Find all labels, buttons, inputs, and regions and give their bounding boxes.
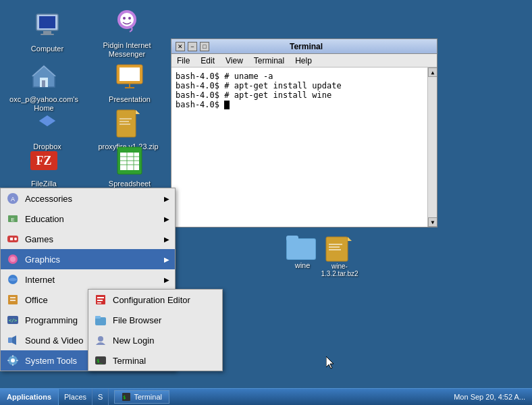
submenu-item-config-editor[interactable]: Configuration Editor [88,290,222,310]
svg-text:FZ: FZ [36,154,51,167]
graphics-icon [6,252,20,266]
menu-item-education-arrow: ▶ [164,215,169,223]
svg-rect-71 [8,295,18,304]
taskbar-places-button[interactable]: Places [59,389,92,405]
terminal-scrollbar[interactable]: ▲ ▼ [427,68,437,227]
terminal-menu-help[interactable]: Help [292,56,315,65]
svg-text:$_: $_ [97,358,103,364]
submenu-item-new-login-label: New Login [113,335,154,346]
taskbar: Applications Places S $ Terminal Mon Sep… [0,388,532,405]
scrollbar-up[interactable]: ▲ [428,68,437,77]
svg-rect-83 [16,360,18,361]
svg-point-79 [11,358,15,362]
desktop-icon-wine-tar[interactable]: wine-1.3.2.tar.bz2 [316,233,363,277]
menu-item-accessories[interactable]: A Accessories ▶ [1,188,175,209]
menu-item-accessories-label: Accessories [25,194,72,204]
menu-item-education-label: Education [25,214,64,224]
svg-point-69 [10,256,16,262]
system-icon [6,354,20,367]
svg-marker-93 [326,356,334,369]
menu-item-internet[interactable]: Internet ▶ [1,269,175,290]
menu-item-education[interactable]: E Education ▶ [1,209,175,229]
svg-rect-23 [119,124,130,125]
submenu-item-new-login[interactable]: New Login [88,330,222,350]
submenu: Configuration Editor File Browser New Lo… [88,289,223,371]
taskbar-terminal-button[interactable]: $ Terminal [114,390,169,404]
window-close-btn[interactable]: ✕ [176,42,185,51]
taskbar-apps-label: Applications [7,393,51,401]
svg-rect-21 [119,118,132,119]
taskbar-places-label: Places [64,393,86,401]
menu-item-system-label: System Tools [25,356,77,366]
desktop-icon-pidgin[interactable]: Pidgin Internet Messenger [100,3,154,61]
terminal-line-1: bash-4.0$ # uname -a [176,72,433,81]
terminal-content[interactable]: bash-4.0$ # uname -a bash-4.0$ # apt-get… [171,68,437,227]
svg-point-90 [98,336,103,342]
menu-item-internet-arrow: ▶ [164,276,169,284]
taskbar-clock: Mon Sep 20, 4:52 A... [447,393,532,401]
svg-rect-13 [119,68,140,81]
menu-item-games[interactable]: Games ▶ [1,229,175,249]
terminal-window: ✕ − □ Terminal File Edit View Terminal H… [171,38,437,227]
svg-text:E: E [11,217,14,223]
svg-rect-89 [95,316,101,319]
terminal-line-3: bash-4.0$ # apt-get install wine [176,90,433,100]
menu-item-graphics-arrow: ▶ [164,256,169,263]
terminal-line-2: bash-4.0$ # apt-get install update [176,81,433,90]
terminal-menu-file[interactable]: File [174,56,192,65]
svg-marker-77 [12,335,16,345]
submenu-item-terminal[interactable]: $_ Terminal [88,350,222,371]
terminal-menu-view[interactable]: View [223,56,246,65]
new-login-icon [94,333,107,347]
scrollbar-down[interactable]: ▼ [428,217,437,227]
svg-rect-3 [41,34,54,35]
svg-text:</>: </> [9,318,18,323]
svg-rect-22 [119,121,129,122]
desktop-icon-presentation[interactable]: Presentation [103,57,157,107]
accessories-icon: A [6,192,20,205]
svg-point-67 [14,238,17,240]
terminal-title: Terminal [209,42,403,51]
svg-rect-27 [120,153,139,170]
sound-icon [6,333,20,347]
mouse-cursor [326,356,337,373]
svg-rect-11 [42,80,45,87]
education-icon: E [6,212,20,225]
file-browser-icon [94,313,107,327]
window-minimize-btn[interactable]: − [188,42,197,51]
taskbar-system-button[interactable]: S [92,389,109,405]
svg-rect-81 [13,364,14,366]
svg-rect-87 [97,302,101,304]
terminal-menu-edit[interactable]: Edit [198,56,217,65]
terminal-menu-terminal[interactable]: Terminal [251,56,287,65]
menu-item-sound-label: Sound & Video [25,335,84,346]
desktop-icon-computer[interactable]: Computer [20,7,74,56]
taskbar-terminal-icon: $ [122,392,131,402]
games-icon [6,232,20,246]
window-maximize-btn[interactable]: □ [200,42,209,51]
menu-item-graphics[interactable]: Graphics ▶ [1,249,175,269]
svg-rect-85 [97,297,104,298]
terminal-line-4: bash-4.0$ [176,100,433,109]
submenu-item-file-browser-label: File Browser [113,315,161,325]
menu-item-office-label: Office [25,295,48,305]
svg-text:$: $ [123,395,126,400]
svg-rect-1 [39,16,55,28]
desktop: Computer Pidgin Internet Messenger [0,0,532,388]
svg-rect-2 [43,31,51,34]
menu-item-games-label: Games [25,234,53,244]
desktop-icon-filezilla[interactable]: FZ FileZilla [17,142,71,191]
submenu-item-terminal-label: Terminal [113,356,146,366]
office-icon [6,293,20,306]
menu-item-games-arrow: ▶ [164,236,169,243]
taskbar-apps-button[interactable]: Applications [0,389,59,405]
menu-item-graphics-label: Graphics [25,254,60,265]
desktop-icon-spreadsheet[interactable]: Spreadsheet [103,142,157,191]
svg-rect-48 [329,249,341,250]
svg-marker-17 [39,115,55,126]
taskbar-sys-label: S [98,393,103,401]
submenu-item-file-browser[interactable]: File Browser [88,310,222,330]
menu-item-accessories-arrow: ▶ [164,195,169,202]
terminal-menubar: File Edit View Terminal Help [171,54,437,68]
menu-item-internet-label: Internet [25,275,55,285]
